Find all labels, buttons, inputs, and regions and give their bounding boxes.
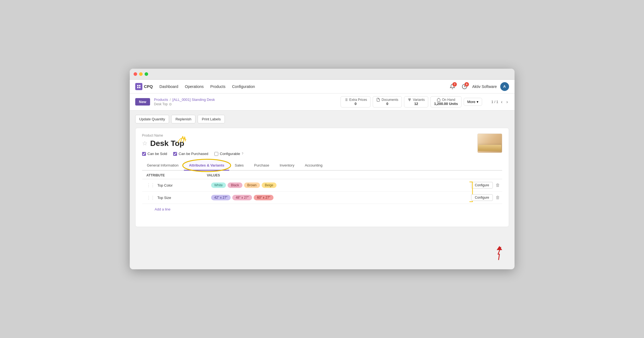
can-be-sold-label: Can be Sold (148, 152, 167, 156)
new-button[interactable]: New (135, 98, 150, 106)
smart-btn-extra-prices[interactable]: Extra Prices 0 (341, 96, 371, 107)
pager-prev[interactable]: ‹ (500, 99, 504, 105)
tab-inventory[interactable]: Inventory (275, 161, 299, 171)
nav-dashboard[interactable]: Dashboard (159, 83, 178, 90)
user-avatar[interactable]: A (500, 82, 509, 91)
top-navigation: CPQ Dashboard Operations Products Config… (130, 80, 515, 93)
main-area: Update Quantity Replenish Print Labels P… (130, 110, 515, 231)
breadcrumb: Products / [ALL_0001] Standing Desk (154, 98, 215, 102)
value-badge-42[interactable]: 42" x 27" (211, 195, 231, 200)
col-header-values: Values (207, 173, 220, 177)
tab-purchase-label: Purchase (254, 163, 269, 167)
value-badge-black[interactable]: Black (228, 182, 242, 188)
more-button[interactable]: More ▾ (464, 98, 482, 106)
product-form: Product Name ☆ Can be Sold Can be Pu (135, 128, 509, 227)
clock-badge: 8 (465, 82, 469, 87)
can-be-purchased-input[interactable] (173, 152, 177, 156)
configure-button-top-size[interactable]: Configure (471, 194, 493, 201)
attribute-name-top-size: Top Size (157, 196, 211, 200)
pager-text: 1 / 1 (491, 100, 498, 104)
tab-purchase[interactable]: Purchase (249, 161, 274, 171)
main-window: CPQ Dashboard Operations Products Config… (130, 69, 515, 269)
add-line-button[interactable]: Add a line (142, 204, 175, 216)
record-subtitle: Desk Top ⚙ (154, 102, 215, 106)
table-row: ⋮⋮ Top Color White Black Brown Beige Con… (142, 179, 502, 192)
can-be-sold-input[interactable] (142, 152, 146, 156)
action-buttons-row: Update Quantity Replenish Print Labels (135, 115, 509, 123)
bell-notification-button[interactable]: 7 (448, 82, 457, 91)
app-name: CPQ (144, 84, 153, 89)
nav-configuration[interactable]: Configuration (232, 83, 255, 90)
configurable-help: ? (242, 152, 243, 155)
update-quantity-button[interactable]: Update Quantity (135, 115, 169, 123)
can-be-sold-checkbox[interactable]: Can be Sold (142, 152, 167, 156)
nav-products[interactable]: Products (210, 83, 225, 90)
smart-btn-variants[interactable]: Variants 12 (404, 96, 428, 107)
configure-button-top-color[interactable]: Configure (471, 182, 493, 189)
drag-handle-icon[interactable]: ⋮⋮ (147, 195, 155, 200)
logo-icon (135, 83, 142, 90)
form-card-bottom-space (142, 216, 502, 227)
nav-operations[interactable]: Operations (185, 83, 204, 90)
row-actions-top-size: Configure 🗑 (471, 194, 500, 201)
on-hand-count: 1,200.00 Units (434, 102, 458, 106)
can-be-purchased-checkbox[interactable]: Can be Purchased (173, 152, 208, 156)
value-badge-48[interactable]: 48" x 27" (232, 195, 252, 200)
breadcrumb-products[interactable]: Products (154, 98, 168, 102)
values-list-top-size: 42" x 27" 48" x 27" 60" x 27" (211, 195, 471, 200)
svg-point-12 (410, 99, 411, 100)
row-actions-top-color: Configure 🗑 (471, 182, 500, 189)
value-badge-60[interactable]: 60" x 27" (254, 195, 273, 200)
delete-icon-top-color[interactable]: 🗑 (496, 183, 500, 188)
svg-point-13 (409, 100, 410, 101)
red-marker-decoration (493, 245, 506, 261)
svg-rect-1 (139, 85, 140, 86)
documents-label: Documents (382, 98, 398, 102)
breadcrumb-current[interactable]: [ALL_0001] Standing Desk (172, 98, 215, 102)
pager: 1 / 1 ‹ › (491, 99, 509, 105)
configurable-label: Configurable (220, 152, 240, 156)
maximize-button[interactable] (145, 72, 148, 76)
attributes-variants-table: Attribute Values ⋮⋮ Top Color White Blac… (142, 171, 502, 227)
value-badge-white[interactable]: White (211, 182, 226, 188)
value-badge-brown[interactable]: Brown (244, 182, 260, 188)
tab-general-information[interactable]: General Information (142, 161, 184, 171)
company-name: Aktiv Software (472, 84, 497, 89)
tab-inventory-label: Inventory (280, 163, 294, 167)
smart-btn-on-hand[interactable]: On Hand 1,200.00 Units (430, 96, 461, 107)
svg-rect-2 (137, 87, 139, 88)
table-header: Attribute Values (142, 171, 502, 179)
tab-sales[interactable]: Sales (230, 161, 249, 171)
close-button[interactable] (134, 72, 137, 76)
chevron-down-icon: ▾ (477, 100, 479, 104)
print-labels-button[interactable]: Print Labels (198, 115, 225, 123)
svg-rect-3 (139, 87, 140, 88)
delete-icon-top-size[interactable]: 🗑 (496, 195, 500, 200)
replenish-button[interactable]: Replenish (171, 115, 195, 123)
app-logo[interactable]: CPQ (135, 83, 153, 90)
configurable-checkbox[interactable]: Configurable ? (214, 152, 243, 156)
tab-accounting[interactable]: Accounting (300, 161, 327, 171)
gear-icon[interactable]: ⚙ (169, 102, 172, 106)
favorite-star-icon[interactable]: ☆ (142, 140, 148, 147)
smart-btn-documents[interactable]: Documents 0 (373, 96, 402, 107)
attribute-name-top-color: Top Color (157, 183, 211, 187)
tab-attributes-variants[interactable]: Attributes & Variants (184, 161, 229, 171)
drag-handle-icon[interactable]: ⋮⋮ (147, 183, 155, 188)
svg-point-11 (408, 99, 410, 100)
configurable-input[interactable] (214, 152, 218, 156)
action-bar: New Products / [ALL_0001] Standing Desk … (130, 93, 515, 110)
breadcrumb-sep-1: / (170, 98, 171, 102)
variants-label: Variants (413, 98, 425, 102)
pager-next[interactable]: › (505, 99, 509, 105)
variants-icon (408, 98, 411, 102)
minimize-button[interactable] (139, 72, 143, 76)
svg-rect-0 (137, 85, 139, 86)
value-badge-beige[interactable]: Beige (262, 182, 277, 188)
product-name-label: Product Name (142, 134, 502, 137)
product-name-input[interactable] (150, 139, 502, 148)
more-label: More (467, 100, 476, 104)
product-flags-row: Can be Sold Can be Purchased Configurabl… (142, 152, 502, 156)
clock-notification-button[interactable]: 8 (460, 82, 469, 91)
bell-badge: 7 (452, 82, 457, 87)
